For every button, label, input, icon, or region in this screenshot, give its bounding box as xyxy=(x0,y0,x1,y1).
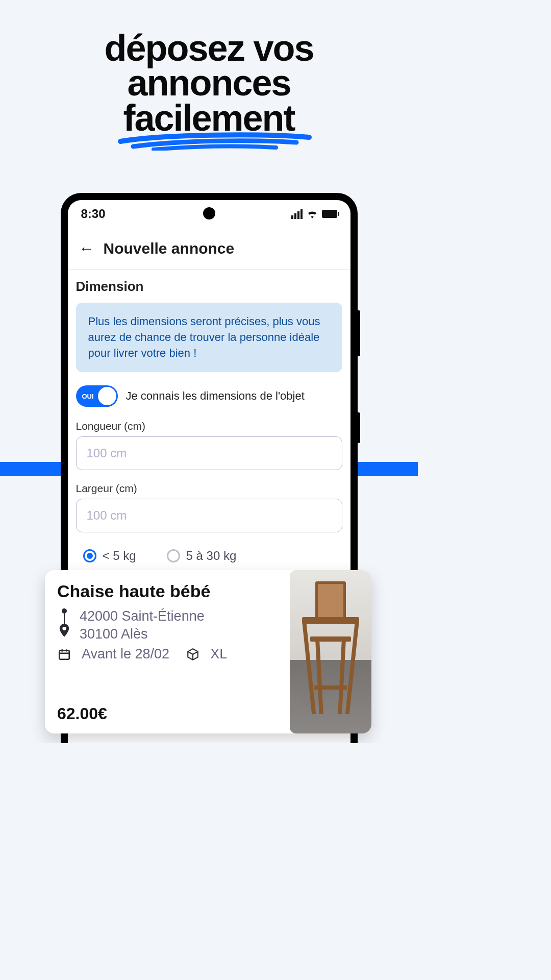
listing-price: 62.00€ xyxy=(57,704,285,723)
dimensions-known-toggle[interactable]: OUI xyxy=(76,385,118,407)
phone-side-button xyxy=(358,310,360,356)
section-title-dimension: Dimension xyxy=(76,279,342,295)
status-time: 8:30 xyxy=(81,207,106,221)
svg-rect-0 xyxy=(59,650,69,659)
weight-option-1-label: < 5 kg xyxy=(103,549,136,563)
listing-destination: 30100 Alès xyxy=(80,626,148,642)
wifi-icon xyxy=(307,209,318,218)
weight-option-2-label: 5 à 30 kg xyxy=(186,549,237,563)
app-header: ← Nouvelle annonce xyxy=(68,228,350,270)
width-label: Largeur (cm) xyxy=(76,482,342,495)
calendar-icon xyxy=(57,648,71,661)
toggle-description: Je connais les dimensions de l'objet xyxy=(126,389,305,403)
listing-image xyxy=(290,570,371,733)
toggle-state-label: OUI xyxy=(82,393,94,400)
listing-size: XL xyxy=(210,646,227,662)
back-arrow-icon[interactable]: ← xyxy=(79,240,94,257)
weight-option-2[interactable]: 5 à 30 kg xyxy=(167,549,237,563)
listing-origin: 42000 Saint-Étienne xyxy=(80,608,205,624)
route-icon xyxy=(57,608,71,637)
package-icon xyxy=(186,648,200,661)
weight-option-1[interactable]: < 5 kg xyxy=(83,549,136,563)
signal-icon xyxy=(291,209,303,219)
length-input[interactable] xyxy=(76,436,342,470)
width-input[interactable] xyxy=(76,499,342,532)
headline-line2: annonces xyxy=(0,65,418,100)
phone-camera-icon xyxy=(203,207,215,219)
listing-preview-card[interactable]: Chaise haute bébé 42000 Saint-Étienne 30… xyxy=(45,570,371,733)
listing-title: Chaise haute bébé xyxy=(57,581,285,601)
battery-icon xyxy=(322,210,337,218)
phone-side-button xyxy=(358,412,360,443)
info-hint-box: Plus les dimensions seront précises, plu… xyxy=(76,303,342,372)
marketing-headline: déposez vos annonces facilement xyxy=(0,0,418,135)
length-label: Longueur (cm) xyxy=(76,420,342,432)
listing-deadline: Avant le 28/02 xyxy=(82,646,169,662)
toggle-knob xyxy=(98,387,116,405)
page-title: Nouvelle annonce xyxy=(104,240,235,257)
underline-scribble-icon xyxy=(118,130,312,151)
headline-line1: déposez vos xyxy=(0,31,418,65)
high-chair-illustration xyxy=(305,581,356,714)
